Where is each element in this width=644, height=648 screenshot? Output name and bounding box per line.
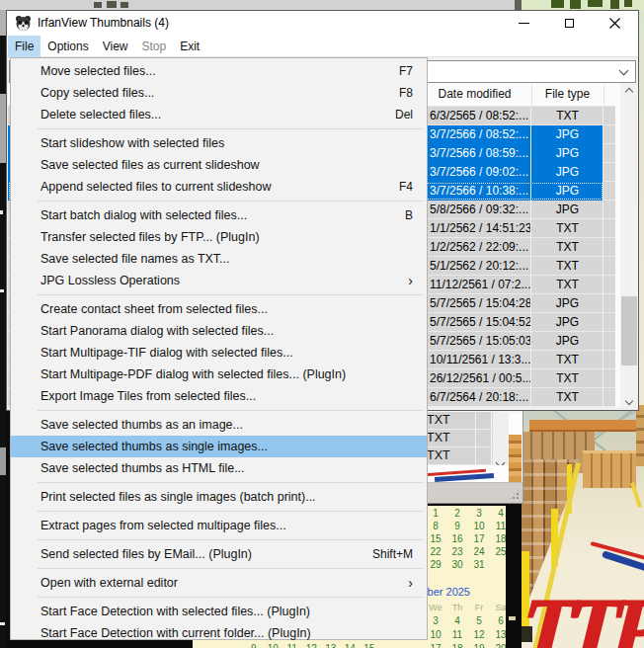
menu-item-label: Start Face Detection with selected files… [40, 605, 413, 618]
menu-item[interactable] [38, 536, 424, 543]
menu-item[interactable] [38, 198, 424, 204]
menu-item[interactable] [38, 125, 424, 132]
background-text-fragment [0, 622, 5, 625]
menu-item[interactable]: Start slideshow with selected files [11, 132, 427, 154]
menu-item[interactable]: Save selected thumbs as single images... [11, 436, 427, 457]
cell-file-type: JPG [531, 127, 604, 141]
maximize-icon [565, 19, 574, 28]
menu-item-label: Create contact sheet from selected files… [40, 302, 413, 316]
menu-item[interactable]: Open with external editor › [11, 572, 427, 594]
cell-date-modified: 5/7/2565 / 15:04:28 [430, 296, 531, 310]
calendar-row: 10111213 [425, 628, 506, 642]
menu-item-label: Start batch dialog with selected files..… [40, 208, 405, 222]
scrollbar[interactable] [620, 83, 638, 409]
close-button[interactable] [593, 11, 637, 36]
cell-file-type: JPG [531, 202, 604, 216]
cell-file-type: TXT [531, 259, 604, 273]
menu-item[interactable] [38, 479, 424, 486]
cell-file-type: JPG [531, 334, 604, 348]
scroll-up-button[interactable] [620, 83, 638, 100]
column-divider [531, 85, 532, 105]
menu-item[interactable] [38, 291, 424, 298]
minimize-button[interactable] [502, 11, 546, 36]
menu-item[interactable]: Delete selected files... Del [11, 104, 427, 125]
menu-item[interactable]: Start Multipage-TIF dialog with selected… [11, 342, 427, 364]
title-bar[interactable]: IrfanView Thumbnails (4) [7, 11, 638, 36]
calendar-row: 22232425 [425, 545, 506, 558]
menu-item-label: Start Face Detection with current folder… [40, 626, 413, 640]
menu-item[interactable]: Send selected files by EMail... (PlugIn)… [11, 543, 427, 565]
background-window-fragment [94, 2, 102, 8]
menu-item[interactable] [38, 407, 424, 414]
maximize-button[interactable] [547, 11, 592, 36]
menu-item[interactable]: Start Face Detection with selected files… [11, 601, 427, 622]
menu-bar-item[interactable]: Stop [135, 36, 174, 57]
menu-item[interactable]: JPG Lossless Operations › [11, 270, 427, 291]
cell-file-type: TXT [531, 221, 604, 235]
cell-file-type: TXT [427, 413, 450, 427]
column-header-file-type[interactable]: File type [531, 87, 604, 101]
menu-item-shortcut: Del [395, 108, 413, 122]
scrollbar-thumb[interactable] [621, 296, 637, 365]
menu-item[interactable]: Move selected files... F7 [11, 60, 427, 82]
chevron-down-icon [619, 66, 629, 76]
menu-item[interactable]: Print selected files as single images (b… [11, 486, 427, 508]
menu-item[interactable]: Create contact sheet from selected files… [11, 298, 427, 320]
grid-line [475, 412, 476, 465]
menu-item[interactable]: Start batch dialog with selected files..… [11, 204, 427, 226]
grid-line [603, 107, 604, 407]
menu-item[interactable]: Save selected thumbs as an image... [11, 414, 427, 436]
desktop-wallpaper-warehouse: TTP [522, 405, 644, 648]
menu-item-label: Print selected files as single images (b… [40, 490, 413, 504]
floor-line [630, 482, 642, 508]
menu-item[interactable] [38, 594, 424, 601]
menu-item-shortcut: F7 [399, 64, 413, 78]
menu-item[interactable]: Transfer selected files by FTP... (PlugI… [11, 226, 427, 248]
cell-file-type: JPG [531, 315, 604, 329]
desktop-top-strip [0, 0, 644, 10]
scrollbar[interactable] [492, 412, 509, 472]
window-title: IrfanView Thumbnails (4) [38, 16, 169, 30]
background-text-fragment [0, 289, 4, 292]
cell-date-modified: 6/3/2565 / 08:52:... [430, 109, 528, 122]
menu-bar-item[interactable]: View [96, 36, 135, 57]
menu-item[interactable]: Save selected file names as TXT... [11, 248, 427, 270]
menu-item[interactable]: Extract pages from selected multipage fi… [11, 515, 427, 536]
menu-item-label: Save selected file names as TXT... [40, 252, 413, 266]
menu-item[interactable]: Copy selected files... F8 [11, 82, 427, 104]
rack-beam [529, 420, 644, 432]
scroll-down-button[interactable] [620, 392, 638, 409]
background-text-fragment [0, 210, 3, 214]
menu-item[interactable]: Start Face Detection with current folder… [11, 622, 427, 644]
grid-line [530, 107, 531, 407]
menu-item[interactable]: Save selected thumbs as HTML file... [11, 457, 427, 479]
menu-item-label: Transfer selected files by FTP... (PlugI… [40, 230, 413, 244]
cell-file-type: TXT [427, 431, 450, 445]
thumbnail-image [509, 435, 522, 482]
menu-item[interactable]: Start Multipage-PDF dialog with selected… [11, 364, 427, 385]
background-divider [515, 0, 522, 10]
minimize-icon [519, 23, 529, 24]
wallpaper-letter-fragment [610, 0, 619, 9]
menu-item-label: Save selected thumbs as an image... [40, 418, 413, 432]
desktop-dark-strip [506, 506, 522, 648]
menu-item[interactable]: Save selected files as current slideshow [11, 154, 427, 176]
menu-item[interactable] [38, 565, 424, 572]
background-window-fragment [107, 1, 117, 8]
background-file-window: TXTTXTTXT [413, 405, 523, 504]
menu-bar-item[interactable]: File [8, 36, 40, 57]
calendar-month-grid: 12348910111516171822232425293031 [425, 507, 506, 571]
cell-file-type: JPG [531, 296, 604, 310]
cell-date-modified: 3/7/2566 / 09:02:... [430, 165, 528, 179]
menu-item[interactable] [38, 508, 424, 515]
menu-item[interactable]: Export Image Tiles from selected files..… [11, 385, 427, 407]
menu-item-label: Start Multipage-PDF dialog with selected… [40, 367, 413, 381]
chevron-down-icon [625, 396, 633, 404]
column-header-date-modified[interactable]: Date modified [423, 87, 526, 101]
menu-item[interactable]: Append selected files to current slidesh… [11, 176, 427, 198]
cell-file-type: TXT [531, 240, 604, 254]
menu-bar-item[interactable]: Exit [173, 36, 206, 57]
menu-bar-item[interactable]: Options [40, 36, 95, 57]
menu-item[interactable]: Start Panorama dialog with selected file… [11, 320, 427, 342]
wallpaper-letter-fragment [551, 0, 564, 8]
